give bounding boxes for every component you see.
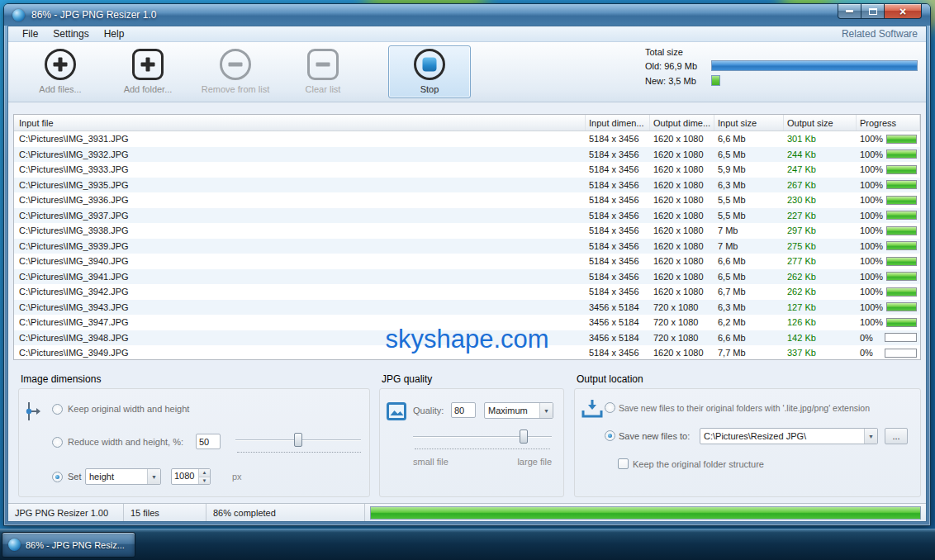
quality-slider[interactable] [413, 429, 552, 445]
picture-icon [387, 402, 406, 420]
table-row[interactable]: C:\Pictures\IMG_3936.JPG 5184 x 3456 162… [14, 192, 920, 208]
old-size-bar-fill [712, 61, 917, 70]
cell-input-size: 6,2 Mb [714, 317, 784, 327]
progress-percent: 100% [860, 317, 883, 327]
cell-output-dimensions: 1620 x 1080 [650, 348, 714, 358]
clear-list-button[interactable]: Clear list [279, 45, 367, 98]
keep-structure-checkbox[interactable] [618, 458, 629, 469]
chevron-down-icon[interactable]: ▼ [864, 429, 877, 444]
slider-ticks [415, 448, 550, 449]
column-output-dimensions[interactable]: Output dime... [650, 115, 714, 131]
cell-progress: 100% [857, 164, 920, 174]
chevron-down-icon[interactable]: ▼ [147, 469, 160, 484]
menu-help[interactable]: Help [97, 26, 132, 41]
cell-output-size: 267 Kb [784, 180, 857, 190]
minimize-icon [846, 10, 853, 12]
chevron-down-icon[interactable]: ▼ [539, 403, 553, 418]
save-path-combo[interactable]: C:\Pictures\Resized JPG\ ▼ [700, 428, 878, 444]
table-row[interactable]: C:\Pictures\IMG_3942.JPG 5184 x 3456 162… [14, 284, 920, 300]
slider-thumb[interactable] [294, 433, 302, 447]
close-button[interactable]: × [885, 4, 922, 19]
table-row[interactable]: C:\Pictures\IMG_3940.JPG 5184 x 3456 162… [14, 254, 920, 269]
table-row[interactable]: C:\Pictures\IMG_3935.JPG 5184 x 3456 162… [14, 178, 920, 193]
cell-input-size: 6,7 Mb [714, 287, 784, 297]
close-icon: × [899, 6, 906, 17]
column-output-size[interactable]: Output size [784, 115, 857, 131]
table-row[interactable]: C:\Pictures\IMG_3932.JPG 5184 x 3456 162… [14, 147, 920, 163]
table-row[interactable]: C:\Pictures\IMG_3947.JPG 3456 x 5184 720… [14, 315, 920, 330]
column-progress[interactable]: Progress [857, 115, 920, 131]
column-input-file[interactable]: Input file [14, 115, 586, 131]
old-size-bar [711, 60, 918, 71]
progress-bar-fill [887, 303, 916, 311]
cell-output-dimensions: 1620 x 1080 [650, 180, 714, 190]
maximize-button[interactable] [861, 4, 885, 19]
slider-ticks [237, 452, 361, 453]
save-new-files-radio[interactable] [605, 430, 615, 441]
jpg-quality-title: JPG quality [382, 373, 432, 385]
stepper-down-icon[interactable]: ▼ [199, 477, 210, 485]
keep-original-label: Keep original width and height [68, 404, 189, 414]
table-row[interactable]: C:\Pictures\IMG_3931.JPG 5184 x 3456 162… [14, 131, 920, 147]
slider-track [413, 436, 552, 438]
statusbar-progress-fill [371, 507, 920, 519]
add-files-button[interactable]: Add files... [17, 45, 104, 98]
set-dimension-radio[interactable] [52, 472, 63, 482]
menubar: File Settings Help Related Software [8, 26, 926, 42]
menu-settings[interactable]: Settings [45, 26, 96, 41]
dimension-value-stepper[interactable]: 1080 ▲ ▼ [171, 468, 211, 485]
table-row[interactable]: C:\Pictures\IMG_3949.JPG 5184 x 3456 162… [14, 345, 920, 360]
taskbar-button-label: 86% - JPG PNG Resiz... [26, 540, 125, 550]
table-row[interactable]: C:\Pictures\IMG_3943.JPG 3456 x 5184 720… [14, 300, 920, 316]
reduce-percent-radio[interactable] [52, 437, 63, 448]
quality-preset-select[interactable]: Maximum ▼ [484, 402, 553, 419]
minimize-button[interactable] [838, 4, 861, 19]
cell-output-size: 142 Kb [784, 333, 857, 343]
progress-bar [886, 165, 917, 174]
quality-input[interactable] [451, 402, 476, 418]
cell-input-file: C:\Pictures\IMG_3942.JPG [14, 287, 586, 297]
reduce-percent-input[interactable] [196, 434, 221, 449]
px-unit-label: px [232, 472, 242, 482]
column-input-dimensions[interactable]: Input dimen... [586, 115, 650, 131]
table-row[interactable]: C:\Pictures\IMG_3939.JPG 5184 x 3456 162… [14, 239, 920, 254]
progress-percent: 100% [860, 241, 883, 251]
stop-label: Stop [420, 84, 439, 94]
titlebar[interactable]: 86% - JPG PNG Resizer 1.0 × [4, 4, 930, 26]
save-original-folders-radio[interactable] [605, 402, 615, 413]
browse-button[interactable]: ... [885, 428, 908, 444]
progress-bar-fill [887, 288, 916, 296]
progress-percent: 100% [860, 256, 883, 266]
jpg-quality-group: JPG quality Quality: Maximum ▼ small fil… [379, 388, 564, 497]
column-input-size[interactable]: Input size [714, 115, 784, 131]
cell-output-size: 277 Kb [784, 256, 857, 266]
taskbar-app-button[interactable]: 86% - JPG PNG Resiz... [2, 532, 135, 558]
table-row[interactable]: C:\Pictures\IMG_3948.JPG 3456 x 5184 720… [14, 330, 920, 346]
table-row[interactable]: C:\Pictures\IMG_3941.JPG 5184 x 3456 162… [14, 269, 920, 285]
cell-progress: 100% [857, 256, 920, 266]
progress-bar [886, 196, 917, 205]
stop-button[interactable]: Stop [388, 45, 471, 98]
keep-original-radio[interactable] [52, 404, 63, 415]
slider-thumb[interactable] [520, 429, 528, 444]
add-files-icon [45, 49, 76, 80]
reduce-percent-slider[interactable] [235, 432, 361, 448]
add-folder-button[interactable]: Add folder... [104, 45, 192, 98]
table-row[interactable]: C:\Pictures\IMG_3933.JPG 5184 x 3456 162… [14, 162, 920, 178]
cell-output-size: 127 Kb [784, 302, 857, 312]
table-row[interactable]: C:\Pictures\IMG_3938.JPG 5184 x 3456 162… [14, 223, 920, 239]
cell-output-size: 247 Kb [784, 164, 857, 174]
dimension-select[interactable]: height ▼ [85, 468, 161, 485]
table-row[interactable]: C:\Pictures\IMG_3937.JPG 5184 x 3456 162… [14, 208, 920, 224]
cell-input-size: 6,6 Mb [714, 256, 784, 266]
cell-input-dimensions: 5184 x 3456 [586, 149, 650, 159]
menu-file[interactable]: File [15, 26, 45, 41]
remove-from-list-button[interactable]: Remove from list [192, 45, 279, 98]
remove-icon [220, 49, 251, 80]
cell-progress: 100% [857, 317, 920, 327]
progress-bar [886, 272, 917, 281]
related-software-link[interactable]: Related Software [842, 28, 919, 40]
quality-preset-value: Maximum [485, 406, 539, 415]
stepper-up-icon[interactable]: ▲ [199, 469, 210, 477]
cell-output-dimensions: 1620 x 1080 [650, 287, 714, 297]
